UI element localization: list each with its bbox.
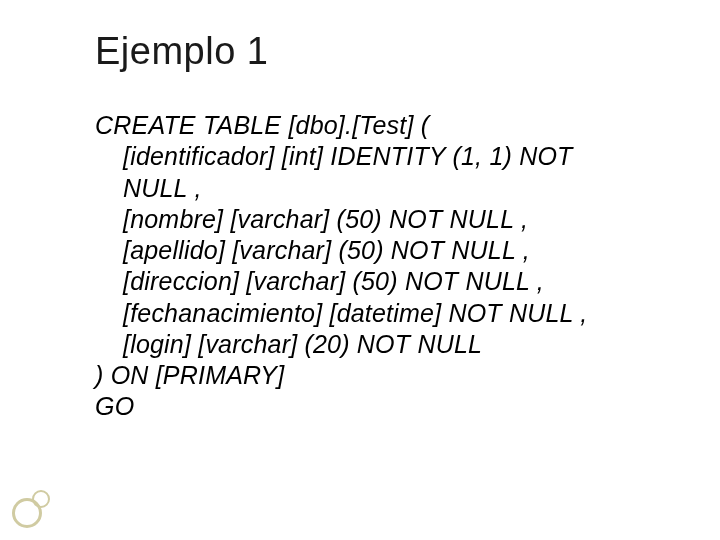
code-line: [apellido] [varchar] (50) NOT NULL , [95,235,635,266]
code-line: GO [95,391,635,422]
code-line: [login] [varchar] (20) NOT NULL [95,329,635,360]
decorative-circles-icon [12,480,60,528]
slide-title: Ejemplo 1 [95,30,268,73]
sql-code-block: CREATE TABLE [dbo].[Test] ( [identificad… [95,110,635,423]
ring-icon [32,490,50,508]
code-line: ) ON [PRIMARY] [95,360,635,391]
code-line: [direccion] [varchar] (50) NOT NULL , [95,266,635,297]
code-line: CREATE TABLE [dbo].[Test] ( [95,110,635,141]
code-line: [fechanacimiento] [datetime] NOT NULL , [95,298,635,329]
slide: Ejemplo 1 CREATE TABLE [dbo].[Test] ( [i… [0,0,720,540]
code-line: [identificador] [int] IDENTITY (1, 1) NO… [95,141,635,204]
code-line: [nombre] [varchar] (50) NOT NULL , [95,204,635,235]
